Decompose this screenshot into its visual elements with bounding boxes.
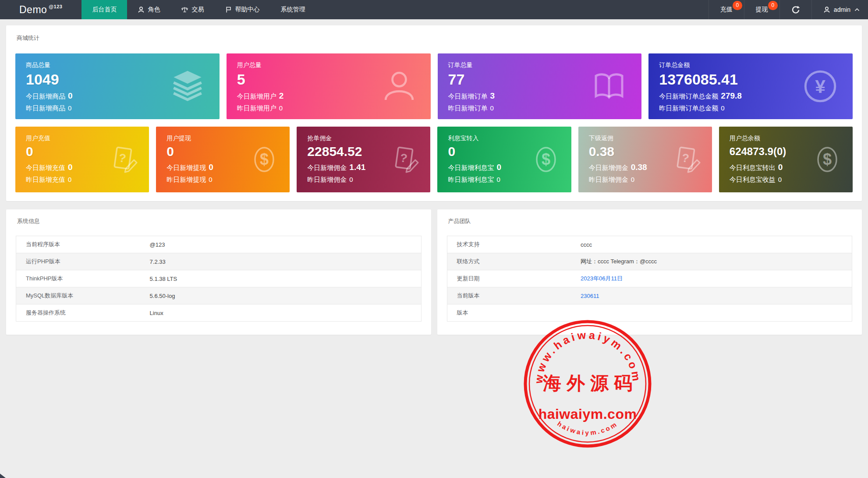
stat-card-interest-transfer-in: 利息宝转入 0 今日新增利息宝0 昨日新增利息宝0 $ [437, 127, 571, 192]
current-version-link[interactable]: 230611 [581, 287, 852, 305]
card-line-value: 1.41 [349, 163, 365, 172]
mall-stats-panel: 商城统计 商品总量 1049 今日新增商品0 昨日新增商品0 用户总量 5 今日… [6, 25, 862, 201]
row-label: 运行PHP版本 [16, 253, 150, 270]
menu-item-trade[interactable]: 交易 [170, 0, 214, 19]
brand-version: @123 [49, 4, 62, 9]
card-line-value: 0 [496, 176, 500, 183]
book-icon [592, 69, 627, 104]
card-line-value: 0 [68, 91, 73, 100]
stats-row-2: 用户充值 0 今日新增充值0 昨日新增充值0 ? 用户提现 0 今日新增提现0 … [15, 127, 853, 192]
product-team-table: 技术支持cccc 联络方式网址：cccc Telegram：@cccc 更新日期… [447, 236, 853, 322]
card-line-value: 0 [209, 176, 212, 183]
menu-item-roles[interactable]: 角色 [127, 0, 170, 19]
bottom-panels: 系统信息 当前程序版本@123 运行PHP版本7.2.33 ThinkPHP版本… [6, 209, 862, 335]
row-label: 当前版本 [447, 287, 581, 305]
menu-item-label: 帮助中心 [235, 6, 259, 14]
card-line-value: 0 [778, 163, 783, 172]
card-line-value: 279.8 [721, 91, 742, 100]
card-line-label: 昨日新增订单总金额 [659, 104, 718, 112]
withdraw-button[interactable]: 提现 0 [744, 0, 779, 19]
row-value: 网址：cccc Telegram：@cccc [581, 253, 852, 270]
card-line-value: 0 [721, 104, 724, 112]
card-line-label: 昨日新增佣金 [589, 176, 628, 183]
card-title: 抢单佣金 [307, 135, 420, 142]
card-line-label: 昨日新增订单 [448, 104, 488, 112]
card-line-label: 昨日新增商品 [26, 104, 65, 112]
system-info-table: 当前程序版本@123 运行PHP版本7.2.33 ThinkPHP版本5.1.3… [16, 236, 422, 322]
stat-card-order-commission: 抢单佣金 22854.52 今日新增佣金1.41 昨日新增佣金0 ? [297, 127, 430, 192]
menu-item-label: 后台首页 [92, 6, 117, 14]
card-line-label: 今日新增商品 [26, 92, 65, 100]
row-value: 5.6.50-log [150, 287, 421, 305]
update-date-link[interactable]: 2023年06月11日 [581, 270, 852, 287]
dollar-icon: $ [813, 145, 841, 173]
card-title: 用户总余额 [730, 135, 842, 142]
dollar-icon: $ [532, 145, 560, 173]
menu-item-label: 系统管理 [280, 6, 305, 14]
table-row: 当前版本230611 [447, 287, 852, 305]
table-row: 服务器操作系统Linux [16, 305, 422, 322]
withdraw-label: 提现 [756, 6, 768, 14]
stat-card-users-total: 用户总量 5 今日新增用户2 昨日新增用户0 [227, 53, 431, 119]
refresh-button[interactable] [779, 0, 811, 19]
panel-title: 系统信息 [17, 217, 422, 225]
yen-icon: ¥ [803, 69, 838, 104]
card-line-label: 今日新增充值 [26, 164, 65, 171]
svg-text:$: $ [260, 150, 269, 168]
card-line-label: 昨日新增用户 [237, 104, 276, 112]
card-line-value: 0 [631, 176, 634, 183]
svg-text:$: $ [542, 150, 550, 168]
brand-logo[interactable]: Demo @123 [0, 0, 67, 19]
flag-icon [225, 6, 232, 13]
row-label: ThinkPHP版本 [16, 270, 150, 287]
table-row: 版本 [447, 305, 852, 322]
card-title: 用户提现 [167, 135, 279, 142]
menu-item-help-center[interactable]: 帮助中心 [214, 0, 270, 19]
doc-question-icon: ? [109, 145, 138, 174]
card-title: 订单总金额 [659, 61, 842, 69]
corner-artifact [0, 474, 6, 478]
card-line-value: 0 [490, 104, 494, 112]
section-title: 商城统计 [17, 34, 853, 42]
row-value: 7.2.33 [150, 253, 421, 270]
card-line-value: 0 [68, 104, 71, 112]
user-icon [383, 70, 416, 103]
doc-question-icon: ? [390, 145, 419, 174]
table-row: 技术支持cccc [447, 236, 852, 253]
menu-item-label: 交易 [191, 6, 204, 14]
brand-text: Demo [19, 4, 47, 16]
svg-text:?: ? [118, 151, 127, 165]
stat-card-sub-rebate: 下级返佣 0.38 今日新增佣金0.38 昨日新增佣金0 ? [578, 127, 712, 192]
row-value: cccc [581, 236, 852, 253]
card-line-label: 今日新增佣金 [307, 164, 347, 171]
card-line-label: 今日新增订单 [448, 92, 488, 100]
menu-item-home[interactable]: 后台首页 [81, 0, 127, 19]
row-value: @123 [150, 236, 421, 253]
menu-item-system-settings[interactable]: 系统管理 [270, 0, 315, 19]
card-title: 利息宝转入 [448, 135, 560, 142]
recharge-button[interactable]: 充值 0 [709, 0, 744, 19]
card-title: 用户充值 [26, 135, 138, 142]
row-label: MySQL数据库版本 [16, 287, 150, 305]
system-info-panel: 系统信息 当前程序版本@123 运行PHP版本7.2.33 ThinkPHP版本… [6, 209, 431, 335]
user-menu[interactable]: admin [811, 0, 868, 19]
card-line-value: 0 [68, 176, 71, 183]
person-icon [823, 6, 830, 13]
top-navbar: Demo @123 后台首页 角色 交易 帮助中心 [0, 0, 868, 19]
scales-icon [181, 6, 188, 13]
table-row: 联络方式网址：cccc Telegram：@cccc [447, 253, 852, 270]
stat-card-orders-total: 订单总量 77 今日新增订单3 昨日新增订单0 [438, 53, 642, 119]
stat-card-order-amount: 订单总金额 1376085.41 今日新增订单总金额279.8 昨日新增订单总金… [648, 53, 853, 119]
chevron-up-icon [854, 7, 860, 12]
card-line-value: 0.38 [631, 163, 647, 172]
row-value: Linux [150, 305, 421, 322]
row-label: 更新日期 [447, 270, 581, 287]
stat-card-products-total: 商品总量 1049 今日新增商品0 昨日新增商品0 [15, 53, 220, 119]
withdraw-badge: 0 [768, 1, 778, 10]
card-title: 下级返佣 [589, 135, 701, 142]
main-menu: 后台首页 角色 交易 帮助中心 系统管理 [81, 0, 315, 19]
table-row: 运行PHP版本7.2.33 [16, 253, 422, 270]
stamp-center-text: 海外源码 [542, 373, 638, 393]
stat-card-user-recharge: 用户充值 0 今日新增充值0 昨日新增充值0 ? [15, 127, 149, 192]
row-label: 技术支持 [447, 236, 581, 253]
